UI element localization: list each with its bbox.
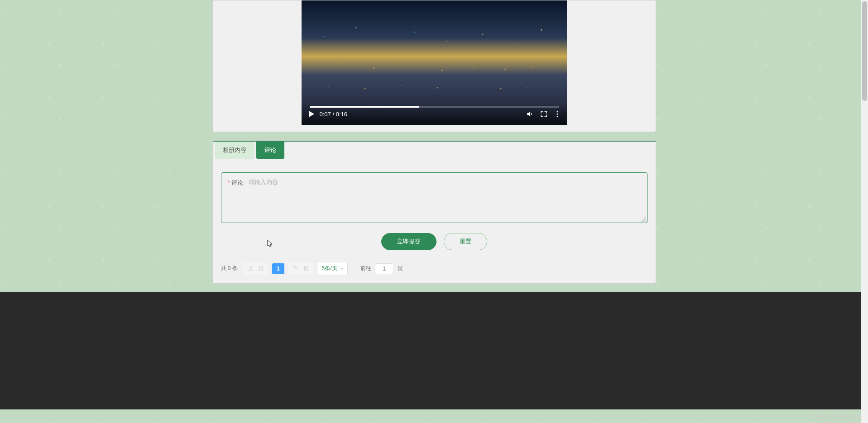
pagination: 共 0 条 上一页 1 下一页 5条/页 前往 页 [221, 262, 647, 275]
more-options-icon[interactable] [553, 110, 561, 118]
tab-album-content[interactable]: 相册内容 [215, 142, 254, 159]
comment-card: 相册内容 评论 *评论 立即提交 重置 共 0 条 [212, 140, 656, 284]
play-icon[interactable] [309, 111, 314, 117]
pagination-total: 共 0 条 [221, 265, 238, 272]
comment-label-group: *评论 [228, 178, 243, 217]
comment-input[interactable] [249, 178, 641, 217]
comment-panel: *评论 立即提交 重置 共 0 条 上一页 1 下一页 5条/页 [221, 172, 647, 275]
scrollbar-thumb[interactable] [862, 1, 867, 101]
video-controls: 0:07 / 0:16 [302, 103, 567, 125]
fullscreen-icon[interactable] [540, 110, 548, 118]
comment-form: *评论 [221, 172, 647, 223]
video-progress-track[interactable] [310, 106, 559, 108]
watermark-text: CSDN @小蔡coding [810, 412, 863, 420]
comment-label: 评论 [231, 179, 243, 186]
pagination-prev-button[interactable]: 上一页 [243, 262, 269, 275]
video-time-display: 0:07 / 0:16 [320, 111, 347, 118]
video-card: 0:07 / 0:16 [212, 0, 656, 132]
button-row: 立即提交 重置 [221, 233, 647, 250]
pagination-size-value: 5条/页 [322, 265, 337, 272]
volume-icon[interactable] [526, 110, 534, 118]
vertical-scrollbar[interactable] [861, 0, 868, 423]
svg-point-2 [556, 116, 558, 117]
video-progress-fill [310, 106, 419, 108]
pagination-next-button[interactable]: 下一页 [288, 262, 313, 275]
page-footer [0, 292, 868, 409]
submit-button[interactable]: 立即提交 [381, 233, 436, 250]
video-player[interactable]: 0:07 / 0:16 [302, 0, 567, 125]
pagination-jump-label: 前往 [360, 265, 371, 272]
required-indicator: * [228, 179, 230, 186]
pagination-jump-input[interactable] [375, 263, 394, 274]
reset-button[interactable]: 重置 [444, 233, 487, 250]
tab-comments[interactable]: 评论 [256, 142, 284, 159]
video-container: 0:07 / 0:16 [213, 0, 656, 125]
svg-point-1 [556, 114, 558, 115]
pagination-jump-suffix: 页 [398, 265, 403, 272]
pagination-size-select[interactable]: 5条/页 [317, 262, 348, 275]
pagination-page-1[interactable]: 1 [272, 263, 284, 274]
resize-handle-icon[interactable] [641, 216, 646, 222]
svg-point-0 [556, 111, 558, 112]
tab-bar: 相册内容 评论 [213, 141, 656, 159]
